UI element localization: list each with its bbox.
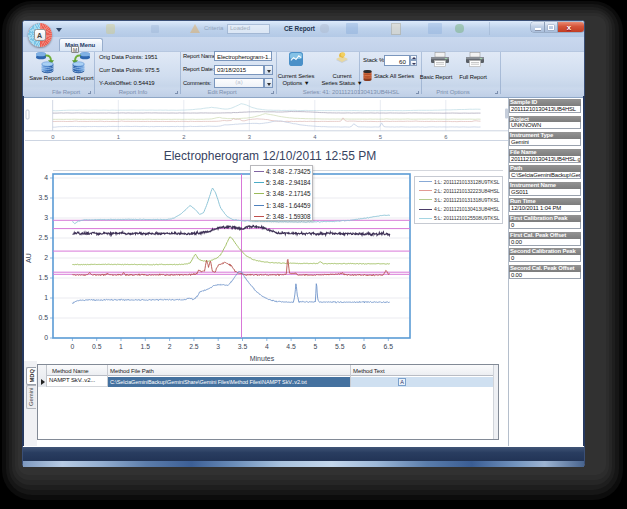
svg-text:0: 0 [44, 334, 48, 341]
svg-text:5: 5 [379, 134, 382, 140]
svg-text:0.5: 0.5 [39, 314, 49, 321]
svg-text:4: 4 [44, 174, 48, 181]
svg-text:0: 0 [71, 343, 75, 350]
svg-text:1: 1 [119, 343, 123, 350]
svg-text:2.5: 2.5 [189, 343, 199, 350]
svg-text:AU: AU [25, 253, 32, 263]
svg-text:1: 1 [117, 134, 120, 140]
svg-text:3.5: 3.5 [238, 343, 248, 350]
svg-text:4.5: 4.5 [286, 343, 296, 350]
svg-text:6.5: 6.5 [384, 343, 394, 350]
svg-text:2: 2 [168, 343, 172, 350]
svg-text:6: 6 [362, 343, 366, 350]
svg-text:3: 3 [216, 343, 220, 350]
svg-text:3.5: 3.5 [39, 194, 49, 201]
svg-text:0.5: 0.5 [92, 343, 102, 350]
svg-text:6: 6 [444, 134, 447, 140]
svg-text:4: 4 [313, 134, 317, 140]
svg-text:Minutes: Minutes [250, 355, 275, 362]
svg-text:4: 4 [265, 343, 269, 350]
svg-text:1.5: 1.5 [141, 343, 151, 350]
svg-text:3: 3 [44, 214, 48, 221]
svg-text:5.5: 5.5 [335, 343, 345, 350]
svg-text:0: 0 [51, 134, 54, 140]
svg-text:5: 5 [314, 343, 318, 350]
svg-text:2: 2 [182, 134, 185, 140]
svg-text:1: 1 [44, 294, 48, 301]
svg-text:1.5: 1.5 [39, 274, 49, 281]
svg-text:3: 3 [248, 134, 251, 140]
svg-text:2: 2 [44, 254, 48, 261]
svg-text:2.5: 2.5 [39, 234, 49, 241]
